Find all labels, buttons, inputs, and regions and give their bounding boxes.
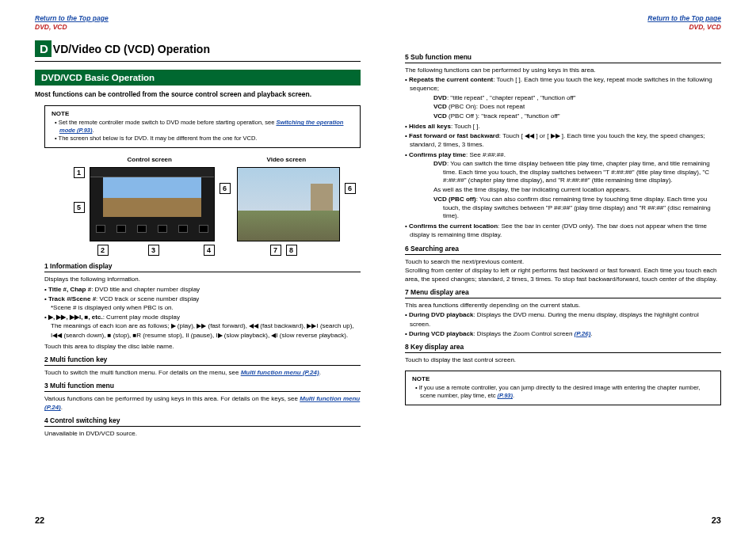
item-5-head: 5 Sub function menu	[405, 53, 721, 63]
item-6-head: 6 Searching area	[405, 245, 721, 255]
main-title: D VD/Video CD (VCD) Operation	[35, 40, 361, 62]
callout-3: 3	[148, 245, 159, 256]
note-box-2: NOTE If you use a remote controller, you…	[405, 371, 721, 405]
figure: Control screen Video screen 1 5 2 3 4 6 …	[52, 156, 345, 257]
item-2-head: 2 Multi function key	[44, 355, 361, 366]
multi-function-link-1[interactable]: Multi function menu (P.24)	[241, 369, 319, 376]
remote-ref-link[interactable]: (P.93)	[498, 392, 513, 399]
callout-5: 5	[74, 202, 85, 213]
item-3-body: Various functions can be performed by us…	[44, 394, 361, 412]
callout-8: 8	[286, 245, 297, 256]
callout-6b: 6	[345, 183, 356, 194]
breadcrumb-left: DVD, VCD	[35, 23, 361, 31]
note1-line1: Set the remote controller mode switch to…	[55, 119, 353, 135]
item-5-body: The following functions can be performed…	[405, 66, 721, 240]
video-screenshot	[237, 167, 340, 241]
item-4-head: 4 Control switching key	[44, 416, 361, 427]
note1-line2: The screen shot below is for DVD. It may…	[55, 135, 353, 143]
callout-1: 1	[74, 167, 85, 178]
video-screen-label: Video screen	[267, 156, 307, 163]
item-7-head: 7 Menu display area	[405, 288, 721, 298]
callout-6a: 6	[220, 183, 231, 194]
page-num-right: 23	[712, 515, 721, 525]
control-screen-label: Control screen	[128, 156, 172, 163]
note2-title: NOTE	[412, 375, 714, 382]
section-intro: Most functions can be controlled from th…	[35, 90, 361, 99]
control-screenshot	[90, 167, 215, 241]
section-title: DVD/VCD Basic Operation	[35, 70, 361, 86]
item-7-body: This area functions differently dependin…	[405, 301, 721, 338]
item-6-body: Touch to search the next/previous conten…	[405, 257, 721, 284]
item-1-body: Displays the following information. Titl…	[44, 275, 361, 351]
note-box-1: NOTE Set the remote controller mode swit…	[44, 105, 361, 148]
callout-4: 4	[204, 245, 215, 256]
item-8-head: 8 Key display area	[405, 343, 721, 353]
item-4-body: Unavailable in DVD/VCD source.	[44, 429, 361, 438]
item-1-head: 1 Information display	[44, 262, 361, 272]
page-num-left: 22	[35, 515, 44, 525]
item-8-body: Touch to display the last control screen…	[405, 355, 721, 364]
return-top-link-left[interactable]: Return to the Top page	[35, 14, 361, 22]
item-2-body: Touch to switch the multi function menu.…	[44, 368, 361, 377]
return-top-link-right[interactable]: Return to the Top page	[647, 14, 721, 22]
item-3-head: 3 Multi function menu	[44, 382, 361, 392]
title-text: VD/Video CD (VCD) Operation	[52, 43, 210, 55]
note-title: NOTE	[52, 110, 353, 117]
zoom-control-link[interactable]: (P.26)	[575, 330, 591, 337]
callout-2: 2	[97, 245, 109, 256]
note2-line1: If you use a remote controller, you can …	[415, 384, 714, 400]
breadcrumb-right: DVD, VCD	[689, 23, 721, 31]
title-dropcap: D	[35, 40, 52, 57]
callout-7: 7	[270, 245, 281, 256]
